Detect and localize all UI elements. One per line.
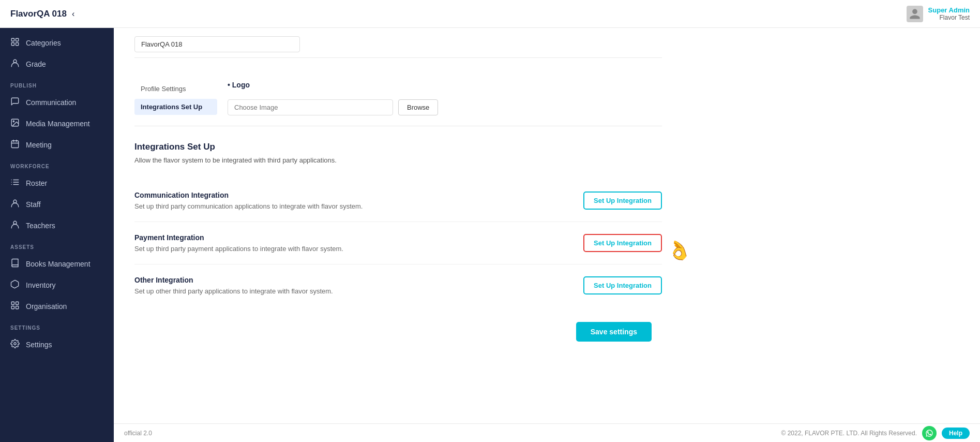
sidebar-item-label-media-management: Media Management — [26, 120, 90, 128]
sidebar-item-label-roster: Roster — [26, 179, 47, 187]
chat-icon — [10, 97, 20, 108]
browse-button[interactable]: Browse — [398, 99, 438, 115]
sidebar-item-roster[interactable]: Roster — [0, 172, 114, 194]
svg-rect-22 — [11, 306, 14, 309]
sidebar: CategoriesGradePUBLISHCommunicationMedia… — [0, 28, 114, 442]
org-name-input[interactable] — [134, 36, 300, 52]
header-right: Super Admin Flavor Test — [907, 6, 970, 22]
footer: official 2.0 © 2022, FLAVOR PTE. LTD. Al… — [114, 423, 980, 442]
sidebar-item-label-settings: Settings — [26, 341, 52, 349]
sidebar-item-media-management[interactable]: Media Management — [0, 113, 114, 134]
svg-rect-7 — [11, 141, 19, 148]
setup-btn-other[interactable]: Set Up Integration — [583, 276, 662, 294]
header-left: FlavorQA 018 ‹ — [10, 9, 74, 19]
save-section: Save settings — [134, 322, 662, 342]
sidebar-item-label-books-management: Books Management — [26, 260, 91, 268]
integration-row-payment: Payment Integration Set up third party p… — [134, 222, 662, 264]
integrations-desc: Allow the flavor system to be integrated… — [134, 156, 662, 164]
footer-version: official 2.0 — [124, 430, 152, 437]
svg-rect-20 — [16, 302, 19, 304]
svg-rect-2 — [11, 43, 14, 46]
logo-file-input[interactable] — [228, 99, 393, 115]
svg-point-4 — [13, 60, 17, 63]
sidebar-item-label-categories: Categories — [26, 39, 61, 47]
save-settings-button[interactable]: Save settings — [576, 322, 652, 342]
sidebar-item-organisation[interactable]: Organisation — [0, 296, 114, 317]
integration-info-payment: Payment Integration Set up third party p… — [134, 233, 583, 253]
svg-rect-19 — [11, 302, 14, 304]
chevron-icon[interactable]: ‹ — [72, 9, 74, 19]
box-icon — [10, 279, 20, 290]
person-icon — [10, 58, 20, 69]
settings-nav-integrations[interactable]: Integrations Set Up — [134, 99, 217, 115]
whatsapp-button[interactable] — [922, 426, 937, 440]
integration-row-communication: Communication Integration Set up third p… — [134, 180, 662, 222]
admin-name: Super Admin — [928, 6, 970, 14]
svg-rect-1 — [16, 38, 19, 41]
sidebar-item-label-organisation: Organisation — [26, 302, 67, 311]
setup-btn-payment[interactable]: Set Up Integration — [583, 234, 662, 252]
main-content: Profile Settings Integrations Set Up • L… — [114, 28, 980, 442]
hand-cursor-icon: 👌 — [663, 235, 693, 265]
logo-input-row: Browse — [228, 99, 662, 115]
sidebar-item-label-inventory: Inventory — [26, 281, 56, 289]
building-icon — [10, 301, 20, 312]
setup-btn-communication[interactable]: Set Up Integration — [583, 191, 662, 210]
top-header: FlavorQA 018 ‹ Super Admin Flavor Test — [0, 0, 980, 28]
calendar-icon — [10, 139, 20, 150]
list-icon — [10, 178, 20, 188]
svg-point-17 — [13, 200, 17, 203]
sidebar-item-label-teachers: Teachers — [26, 222, 55, 230]
app-title: FlavorQA 018 — [10, 9, 67, 19]
sidebar-item-settings[interactable]: Settings — [0, 334, 114, 355]
integration-info-communication: Communication Integration Set up third p… — [134, 191, 583, 210]
integration-desc-payment: Set up third party payment applications … — [134, 245, 393, 253]
settings-right: • Logo Browse — [228, 81, 662, 126]
image-icon — [10, 118, 20, 129]
sidebar-section-publish: PUBLISH — [0, 75, 114, 92]
admin-org: Flavor Test — [928, 14, 970, 21]
divider — [134, 57, 662, 58]
sidebar-item-label-meeting: Meeting — [26, 141, 52, 149]
admin-info: Super Admin Flavor Test — [928, 6, 970, 21]
cursor-area-payment: Set Up Integration 👌 — [583, 234, 662, 252]
sidebar-item-staff[interactable]: Staff — [0, 194, 114, 215]
sidebar-item-categories[interactable]: Categories — [0, 32, 114, 53]
settings-top: Profile Settings Integrations Set Up • L… — [134, 70, 662, 126]
integrations-section: Integrations Set Up Allow the flavor sys… — [134, 142, 662, 306]
settings-nav: Profile Settings Integrations Set Up — [134, 81, 217, 126]
help-button[interactable]: Help — [942, 428, 970, 439]
logo-bullet: • Logo — [228, 81, 250, 89]
svg-rect-3 — [16, 43, 19, 46]
sidebar-item-grade[interactable]: Grade — [0, 53, 114, 75]
book-icon — [10, 258, 20, 269]
integration-name-other: Other Integration — [134, 276, 583, 284]
sidebar-item-books-management[interactable]: Books Management — [0, 253, 114, 274]
person-icon — [10, 220, 20, 231]
person-icon — [10, 199, 20, 210]
logo-section: • Logo — [228, 81, 662, 89]
sidebar-item-label-grade: Grade — [26, 60, 46, 68]
svg-point-6 — [13, 121, 14, 122]
integration-row-other: Other Integration Set up other third par… — [134, 264, 662, 306]
page-top-row — [134, 28, 662, 52]
sidebar-section-assets: ASSETS — [0, 236, 114, 253]
main-layout: CategoriesGradePUBLISHCommunicationMedia… — [0, 28, 980, 442]
settings-nav-profile[interactable]: Profile Settings — [134, 81, 217, 97]
integration-desc-other: Set up other third party applications to… — [134, 287, 393, 295]
sidebar-item-meeting[interactable]: Meeting — [0, 134, 114, 155]
svg-point-18 — [13, 221, 17, 224]
integrations-title: Integrations Set Up — [134, 142, 662, 152]
grid-icon — [10, 37, 20, 48]
sidebar-item-inventory[interactable]: Inventory — [0, 274, 114, 296]
avatar — [907, 6, 923, 22]
sidebar-item-teachers[interactable]: Teachers — [0, 215, 114, 236]
integration-name-payment: Payment Integration — [134, 233, 583, 242]
sidebar-section-settings: SETTINGS — [0, 317, 114, 334]
sidebar-item-communication[interactable]: Communication — [0, 92, 114, 113]
integration-info-other: Other Integration Set up other third par… — [134, 276, 583, 295]
integration-name-communication: Communication Integration — [134, 191, 583, 199]
svg-point-23 — [14, 343, 17, 345]
svg-rect-21 — [16, 306, 19, 309]
footer-copyright: © 2022, FLAVOR PTE. LTD. All Rights Rese… — [781, 430, 917, 437]
